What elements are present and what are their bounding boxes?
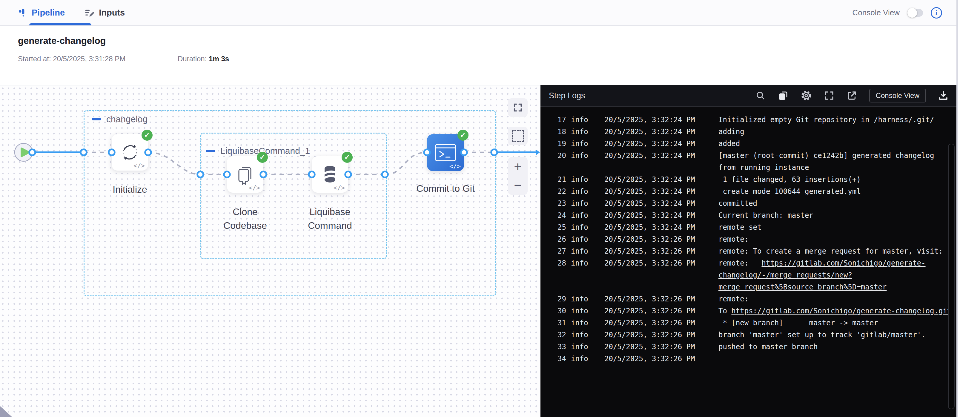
log-row: 27info20/5/2025, 3:32:26 PMremote: To cr… (541, 245, 956, 257)
log-row: 19info20/5/2025, 3:32:24 PMadded (541, 138, 956, 150)
success-check-icon: ✓ (257, 152, 268, 163)
log-row: 23info20/5/2025, 3:32:24 PMcommitted (541, 197, 956, 209)
log-row: changelog/-/merge_requests/new? (541, 269, 956, 281)
yaml-code-glyph: </> (334, 184, 345, 191)
log-output[interactable]: 17info20/5/2025, 3:32:24 PMInitialized e… (541, 107, 956, 417)
log-row: 25info20/5/2025, 3:32:24 PMremote set (541, 221, 956, 233)
log-row: 24info20/5/2025, 3:32:24 PMCurrent branc… (541, 209, 956, 221)
console-view-toggle-label: Console View (852, 8, 900, 18)
edit-inputs-icon (84, 8, 95, 18)
collapse-minus-icon[interactable] (92, 118, 101, 120)
toggle-knob (907, 8, 917, 18)
node-liquibase-command-label: Liquibase Command (297, 205, 363, 232)
zoom-out-button[interactable]: − (508, 176, 528, 194)
log-row: 34info20/5/2025, 3:32:26 PM (541, 353, 956, 365)
success-check-icon: ✓ (457, 130, 468, 141)
edge-arrowhead (536, 150, 540, 155)
execution-header: generate-changelog Started at: 20/5/2025… (0, 26, 956, 85)
log-link[interactable]: merge_request%5Bsource_branch%5D=master (718, 283, 887, 291)
log-row: 29info20/5/2025, 3:32:26 PMremote: (541, 293, 956, 305)
active-tab-underline (29, 23, 91, 25)
node-commit-to-git[interactable]: ✓ </> (427, 134, 464, 171)
top-tab-bar: Pipeline Inputs Console View i (0, 0, 956, 26)
duration: Duration: 1m 3s (178, 55, 229, 63)
log-scrollbar-thumb[interactable] (948, 144, 955, 409)
log-rows: 17info20/5/2025, 3:32:24 PMInitialized e… (541, 114, 956, 365)
log-row: 20info20/5/2025, 3:32:24 PM[master (root… (541, 150, 956, 162)
page-scrollbar-gutter (956, 0, 980, 417)
step-logs-panel: Step Logs Console View (541, 85, 956, 417)
node-clone-codebase[interactable]: ✓ </> (227, 156, 263, 193)
console-view-toggle[interactable] (907, 9, 923, 17)
node-initialize-label: Initialize (97, 183, 163, 196)
node-initialize[interactable]: ✓ </> (112, 134, 148, 170)
execution-meta: Started at: 20/5/2025, 3:31:28 PM Durati… (18, 55, 956, 63)
download-icon[interactable] (938, 90, 949, 101)
step-logs-title: Step Logs (549, 91, 585, 100)
fullscreen-icon (513, 102, 523, 113)
canvas-zoom-controls: + − (508, 157, 528, 195)
log-row: 30info20/5/2025, 3:32:26 PMTo https://gi… (541, 305, 956, 317)
log-row: 26info20/5/2025, 3:32:26 PMremote: (541, 233, 956, 245)
log-row: 21info20/5/2025, 3:32:24 PM 1 file chang… (541, 173, 956, 186)
yaml-code-glyph: </> (249, 184, 260, 191)
tab-inputs-label: Inputs (99, 8, 125, 18)
started-at: Started at: 20/5/2025, 3:31:28 PM (18, 55, 178, 63)
success-check-icon: ✓ (142, 130, 153, 141)
log-link[interactable]: https://gitlab.com/Sonichigo/generate-ch… (731, 307, 951, 315)
console-view-button[interactable]: Console View (869, 89, 926, 102)
step-logs-header: Step Logs Console View (541, 85, 956, 107)
log-toolbar: Console View (755, 89, 949, 102)
search-icon[interactable] (755, 90, 766, 101)
expand-fullscreen-icon[interactable] (824, 90, 835, 101)
zoom-in-button[interactable]: + (508, 158, 528, 176)
collapse-minus-icon[interactable] (206, 150, 215, 152)
log-row: merge_request%5Bsource_branch%5D=master (541, 281, 956, 293)
marquee-select-icon (512, 130, 524, 142)
log-link[interactable]: https://gitlab.com/Sonichigo/generate- (762, 259, 926, 267)
node-clone-codebase-label: Clone Codebase (212, 205, 278, 232)
canvas-fullscreen-button[interactable] (508, 98, 528, 117)
yaml-code-glyph: </> (449, 163, 461, 170)
book-copy-icon (235, 164, 256, 185)
start-node[interactable] (14, 143, 33, 161)
tab-pipeline[interactable]: Pipeline (18, 0, 68, 25)
yaml-code-glyph: </> (134, 162, 145, 169)
sync-icon (119, 142, 140, 163)
log-row: from running instance (541, 162, 956, 173)
log-link[interactable]: changelog/-/merge_requests/new? (718, 271, 852, 279)
log-row: 31info20/5/2025, 3:32:26 PM * [new branc… (541, 317, 956, 329)
topbar-right-tools: Console View i (852, 7, 956, 19)
log-row: 28info20/5/2025, 3:32:26 PMremote: https… (541, 257, 956, 269)
pipeline-execution-page: Pipeline Inputs Console View i generate-… (0, 0, 980, 417)
tab-pipeline-label: Pipeline (32, 8, 65, 18)
log-row: 18info20/5/2025, 3:32:24 PMadding (541, 126, 956, 138)
log-row: 32info20/5/2025, 3:32:26 PMbranch 'maste… (541, 329, 956, 341)
stage-group-changelog-label: changelog (92, 114, 148, 124)
corner-pointer-shape (0, 404, 16, 417)
liquibase-database-icon (320, 164, 340, 185)
play-icon (22, 148, 29, 156)
success-check-icon: ✓ (342, 152, 353, 163)
node-commit-to-git-label: Commit to Git (398, 181, 493, 195)
info-icon[interactable]: i (931, 7, 942, 19)
node-liquibase-command[interactable]: ✓ </> (312, 156, 348, 193)
copy-icon[interactable] (778, 90, 789, 101)
log-row: 33info20/5/2025, 3:32:26 PMpushed to mas… (541, 341, 956, 353)
terminal-icon (435, 144, 456, 162)
tab-inputs[interactable]: Inputs (84, 0, 125, 25)
page-title: generate-changelog (18, 35, 956, 46)
settings-gear-icon[interactable] (800, 90, 812, 101)
canvas-select-button[interactable] (508, 127, 528, 145)
pipeline-canvas[interactable]: changelog LiquibaseCommand_1 ✓ </> Initi… (0, 85, 541, 417)
log-row: 22info20/5/2025, 3:32:24 PM create mode … (541, 186, 956, 197)
open-in-new-icon[interactable] (846, 90, 857, 101)
log-row: 17info20/5/2025, 3:32:24 PMInitialized e… (541, 114, 956, 126)
pipeline-icon (18, 8, 27, 18)
